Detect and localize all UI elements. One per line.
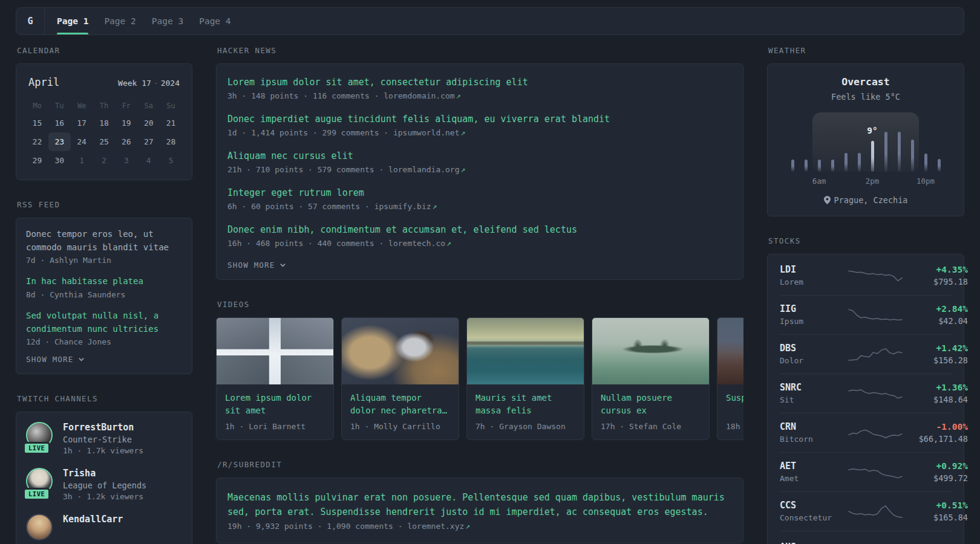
rss-card: Donec tempor eros leo, ut commodo mauris… xyxy=(16,218,192,374)
stock-name: Ipsum xyxy=(780,317,846,326)
calendar-day: 4 xyxy=(137,151,160,170)
hackernews-item-title[interactable]: Donec imperdiet augue tincidunt felis al… xyxy=(227,113,732,126)
hackernews-item-title[interactable]: Integer eget rutrum lorem xyxy=(227,187,732,199)
stock-row[interactable]: CCS Consectetur +0.51% $165.84 xyxy=(780,491,952,531)
weather-bar xyxy=(791,160,794,172)
twitch-channel-row[interactable]: LIVE ForrestBurton Counter-Strike 1h · 1… xyxy=(26,422,182,455)
external-link-icon[interactable]: ↗ xyxy=(455,91,461,100)
stock-row[interactable]: DBS Dolor +1.42% $156.28 xyxy=(780,334,952,374)
external-link-icon[interactable]: ↗ xyxy=(445,239,451,248)
stock-row[interactable]: SNRC Sit +1.36% $148.64 xyxy=(780,374,952,413)
video-title[interactable]: Nullam posuere cursus ex xyxy=(601,392,701,417)
reddit-post-title[interactable]: Maecenas mollis pulvinar erat non posuer… xyxy=(227,490,732,519)
hackernews-item-stats: 21h · 710 points · 579 comments · xyxy=(227,165,384,174)
calendar-weekday: We xyxy=(71,98,93,114)
nav-tab[interactable]: Page 1 xyxy=(57,8,88,34)
video-card-body: Lorem ipsum dolor sit amet consectetu… 1… xyxy=(217,384,333,439)
chevron-down-icon xyxy=(78,356,85,363)
stock-row[interactable]: IIG Ipsum +2.84% $42.04 xyxy=(780,295,952,334)
video-title[interactable]: Mauris sit amet massa felis xyxy=(475,392,575,417)
hackernews-item-domain[interactable]: ipsumify.biz xyxy=(374,202,431,211)
video-thumbnail[interactable] xyxy=(592,318,709,384)
video-title[interactable]: Aliquam tempor dolor nec pharetra… xyxy=(350,392,450,417)
stock-name: Lorem xyxy=(780,277,846,287)
rss-item-title[interactable]: Donec tempor eros leo, ut commodo mauris… xyxy=(26,228,182,254)
hackernews-item-title[interactable]: Donec enim nibh, condimentum et accumsan… xyxy=(227,224,732,236)
stock-left: CCS Consectetur xyxy=(780,500,846,522)
video-card[interactable]: Mauris sit amet massa felis 7h · Grayson… xyxy=(466,317,584,440)
hackernews-card: Lorem ipsum dolor sit amet, consectetur … xyxy=(216,63,743,280)
hackernews-item-domain[interactable]: loremlandia.org xyxy=(388,165,459,174)
video-thumbnail[interactable] xyxy=(717,318,743,384)
rss-item[interactable]: Sed volutpat nulla nisl, a condimentum n… xyxy=(26,309,182,346)
nav-tab-label: Page 1 xyxy=(57,16,88,26)
calendar-week: Week 17 xyxy=(118,79,151,88)
video-card[interactable]: Aliquam tempor dolor nec pharetra… 1h · … xyxy=(341,317,459,440)
hackernews-item-domain[interactable]: loremdomain.com xyxy=(384,91,454,100)
calendar-day: 19 xyxy=(115,114,137,132)
stock-right: +4.35% $795.18 xyxy=(904,265,968,287)
video-thumbnail[interactable] xyxy=(467,318,584,384)
video-carousel[interactable]: Lorem ipsum dolor sit amet consectetu… 1… xyxy=(216,317,743,440)
weather-bar-slot xyxy=(826,132,839,172)
stock-row[interactable]: AHS +0.46% xyxy=(780,531,952,544)
rss-item[interactable]: In hac habitasse platea 8d · Cynthia Sau… xyxy=(26,275,182,299)
stock-symbol: DBS xyxy=(780,343,846,354)
reddit-section-title: /R/SUBREDDIT xyxy=(217,460,742,469)
dot-separator: · xyxy=(151,79,161,88)
twitch-channel-row[interactable]: LIVE Trisha League of Legends 3h · 1.2k … xyxy=(26,468,182,501)
stock-row[interactable]: LDI Lorem +4.35% $795.18 xyxy=(780,256,952,295)
stock-right: +0.51% $165.84 xyxy=(904,500,968,522)
twitch-channel-name[interactable]: KendallCarr xyxy=(63,514,123,525)
chevron-down-icon xyxy=(279,262,286,268)
twitch-channel-name[interactable]: ForrestBurton xyxy=(63,422,143,433)
nav-tab[interactable]: Page 4 xyxy=(199,8,230,34)
stock-price: $499.72 xyxy=(904,473,968,483)
rss-item-title[interactable]: In hac habitasse platea xyxy=(26,275,182,288)
external-link-icon[interactable]: ↗ xyxy=(460,165,466,174)
external-link-icon[interactable]: ↗ xyxy=(464,522,470,531)
external-link-icon[interactable]: ↗ xyxy=(460,128,466,137)
hackernews-item-title[interactable]: Lorem ipsum dolor sit amet, consectetur … xyxy=(227,76,732,89)
twitch-channel-list: LIVE ForrestBurton Counter-Strike 1h · 1… xyxy=(26,422,182,542)
video-thumbnail[interactable] xyxy=(217,318,333,384)
nav-tab[interactable]: Page 2 xyxy=(104,8,136,34)
video-title[interactable]: Lorem ipsum dolor sit amet consectetu… xyxy=(225,392,325,417)
calendar-day: 26 xyxy=(115,132,137,151)
video-title[interactable]: Suspendisse diam xyxy=(726,392,743,417)
calendar-day: 17 xyxy=(71,114,93,132)
twitch-channel-name[interactable]: Trisha xyxy=(63,468,146,479)
rss-item-meta: 7d · Ashlyn Martin xyxy=(26,256,182,265)
video-card[interactable]: Nullam posuere cursus ex 17h · Stefan Co… xyxy=(592,317,710,440)
video-meta: 1h · Molly Carrillo xyxy=(350,422,450,431)
video-thumbnail[interactable] xyxy=(342,318,459,384)
stock-left: DBS Dolor xyxy=(780,343,846,365)
stock-row[interactable]: AET Amet +0.92% $499.72 xyxy=(780,452,952,491)
hackernews-item-domain[interactable]: ipsumworld.net xyxy=(393,128,460,137)
video-card[interactable]: Suspendisse diam 18h · Tara xyxy=(717,317,743,440)
rss-show-more-button[interactable]: SHOW MORE xyxy=(26,355,182,364)
hackernews-item-meta: 1d · 1,414 points · 299 comments · ipsum… xyxy=(227,128,732,137)
weather-card: Overcast Feels like 5°C 9° 6am2pm10pm Pr… xyxy=(767,63,964,216)
hackernews-item-title[interactable]: Aliquam nec cursus elit xyxy=(227,150,732,163)
rss-item-title[interactable]: Sed volutpat nulla nisl, a condimentum n… xyxy=(26,309,182,335)
reddit-post-domain[interactable]: loremnet.xyz xyxy=(407,522,464,531)
video-card[interactable]: Lorem ipsum dolor sit amet consectetu… 1… xyxy=(216,317,334,440)
calendar-day: 15 xyxy=(26,114,48,132)
weather-bar xyxy=(844,153,848,172)
show-more-label: SHOW MORE xyxy=(26,355,74,364)
weather-tick-label: 10pm xyxy=(916,176,935,186)
hackernews-show-more-button[interactable]: SHOW MORE xyxy=(227,261,732,270)
twitch-channel-row[interactable]: LIVE KendallCarr xyxy=(26,514,182,542)
weather-bar xyxy=(911,140,914,172)
weather-bar-slot xyxy=(919,132,932,172)
left-column: CALENDAR April Week 17·2024 MoTuWeThFrSa… xyxy=(16,46,192,544)
hackernews-item-domain[interactable]: loremtech.co xyxy=(388,239,445,248)
rss-item[interactable]: Donec tempor eros leo, ut commodo mauris… xyxy=(26,228,182,265)
app-logo[interactable]: G xyxy=(16,8,45,34)
hackernews-item: Donec imperdiet augue tincidunt felis al… xyxy=(227,113,732,137)
nav-tab[interactable]: Page 3 xyxy=(152,8,183,34)
weather-time-ticks: 6am2pm10pm xyxy=(786,176,946,186)
external-link-icon[interactable]: ↗ xyxy=(431,202,437,211)
stock-row[interactable]: CRN Bitcorn -1.00% $66,171.48 xyxy=(780,413,952,452)
